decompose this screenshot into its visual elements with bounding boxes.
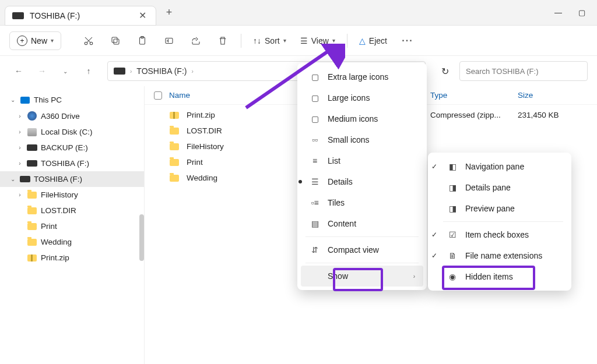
- file-name: Print: [187, 158, 203, 167]
- zip-icon: [27, 255, 37, 261]
- show-submenu: ✓◧Navigation pane ◨Details pane ◨Preview…: [428, 153, 571, 291]
- eject-icon: △: [359, 36, 366, 45]
- tree-print[interactable]: ›Print: [0, 218, 144, 234]
- file-type: Compressed (zipp...: [430, 111, 501, 119]
- chevron-down-icon: ⌄: [9, 176, 16, 182]
- menu-medium-icons[interactable]: ▢Medium icons: [301, 108, 423, 129]
- menu-list[interactable]: ≡List: [301, 150, 423, 171]
- select-all-checkbox[interactable]: [154, 91, 162, 100]
- compact-icon: ⇵: [309, 245, 321, 255]
- new-button[interactable]: + New ▾: [9, 31, 61, 50]
- new-label: New: [31, 36, 47, 45]
- divider: [241, 34, 241, 48]
- svg-rect-6: [166, 38, 173, 43]
- svg-rect-3: [112, 37, 117, 43]
- scrollbar[interactable]: [139, 214, 144, 261]
- new-tab-button[interactable]: +: [161, 6, 177, 19]
- col-name[interactable]: Name: [169, 91, 190, 100]
- tree-toshiba-1[interactable]: ›TOSHIBA (F:): [0, 156, 144, 171]
- tree-label: FileHistory: [41, 190, 78, 199]
- menu-content[interactable]: ▤Content: [301, 213, 423, 234]
- tree-filehistory[interactable]: ›FileHistory: [0, 187, 144, 203]
- minimize-button[interactable]: —: [554, 8, 562, 17]
- paste-button[interactable]: [131, 30, 153, 52]
- up-button[interactable]: ↑: [79, 62, 98, 80]
- menu-compact[interactable]: ⇵Compact view: [301, 239, 423, 260]
- menu-show[interactable]: ·Show›: [301, 266, 423, 287]
- tree-label: Print.zip: [41, 253, 69, 262]
- close-tab-button[interactable]: ✕: [136, 10, 149, 21]
- navigation-pane: ⌄This PC ›A360 Drive ›Local Disk (C:) ›B…: [0, 86, 145, 364]
- search-input[interactable]: [459, 61, 588, 81]
- drive-icon: [20, 176, 30, 182]
- chevron-right-icon: ›: [413, 273, 415, 280]
- tree-label: This PC: [34, 96, 62, 104]
- eject-button[interactable]: △ Eject: [354, 33, 392, 49]
- view-icon: ☰: [300, 36, 308, 45]
- sort-button[interactable]: ↑↓ Sort ▾: [248, 33, 291, 49]
- tab-toshiba[interactable]: TOSHIBA (F:) ✕: [5, 6, 156, 26]
- cut-button[interactable]: [78, 30, 100, 52]
- rename-button[interactable]: [158, 30, 180, 52]
- drive-icon: [114, 68, 125, 75]
- refresh-button[interactable]: ↻: [435, 66, 455, 77]
- folder-icon: [27, 192, 37, 199]
- col-type[interactable]: Type: [430, 91, 447, 100]
- menu-details[interactable]: ☰Details: [301, 171, 423, 192]
- menu-preview-pane[interactable]: ◨Preview pane: [438, 198, 568, 219]
- eject-label: Eject: [369, 36, 387, 45]
- pane-icon: ◨: [447, 204, 458, 213]
- folder-icon: [170, 143, 179, 150]
- menu-nav-pane[interactable]: ✓◧Navigation pane: [438, 156, 568, 177]
- chevron-right-icon: ›: [16, 113, 23, 119]
- tree-lostdir[interactable]: ›LOST.DIR: [0, 203, 144, 218]
- menu-large-icons[interactable]: ▢Large icons: [301, 87, 423, 108]
- menu-hidden-items[interactable]: ◉Hidden items: [438, 266, 568, 287]
- check-icon: ✓: [431, 252, 437, 260]
- chevron-right-icon: ›: [191, 68, 193, 75]
- copy-button[interactable]: [104, 30, 127, 52]
- tree-label: A360 Drive: [41, 112, 80, 121]
- menu-small-icons[interactable]: ▫▫Small icons: [301, 129, 423, 150]
- recent-button[interactable]: ⌄: [56, 62, 75, 80]
- tree-toshiba-2[interactable]: ⌄TOSHIBA (F:): [0, 171, 144, 187]
- drive-icon: [27, 160, 37, 167]
- share-button[interactable]: [185, 30, 207, 52]
- tab-title: TOSHIBA (F:): [30, 11, 131, 20]
- folder-icon: [27, 207, 37, 214]
- menu-details-pane[interactable]: ◨Details pane: [438, 177, 568, 198]
- content-icon: ▤: [309, 219, 321, 228]
- tree-this-pc[interactable]: ⌄This PC: [0, 92, 144, 108]
- file-name: Print.zip: [187, 111, 215, 119]
- chevron-right-icon: ›: [130, 68, 132, 75]
- col-size[interactable]: Size: [518, 91, 533, 100]
- chevron-down-icon: ▾: [283, 37, 286, 44]
- maximize-button[interactable]: ▢: [578, 8, 585, 17]
- back-button[interactable]: ←: [9, 62, 28, 80]
- drive-icon: [27, 144, 37, 151]
- zip-icon: [170, 112, 179, 119]
- tree-printzip[interactable]: ›Print.zip: [0, 250, 144, 266]
- folder-icon: [170, 159, 179, 166]
- plus-icon: +: [17, 36, 27, 46]
- breadcrumb-location[interactable]: TOSHIBA (F:): [136, 66, 187, 76]
- menu-xlarge-icons[interactable]: ▢Extra large icons: [301, 66, 423, 87]
- pc-icon: [20, 97, 30, 104]
- more-icon: ···: [402, 36, 413, 46]
- chevron-right-icon: ›: [16, 129, 23, 135]
- more-button[interactable]: ···: [396, 30, 419, 52]
- menu-tiles[interactable]: ▫≡Tiles: [301, 192, 423, 213]
- tree-local-c[interactable]: ›Local Disk (C:): [0, 124, 144, 140]
- menu-checkboxes[interactable]: ✓☑Item check boxes: [438, 224, 568, 245]
- small-icon: ▫▫: [309, 135, 321, 144]
- tree-label: BACKUP (E:): [41, 143, 88, 152]
- forward-button[interactable]: →: [33, 62, 51, 80]
- tree-label: Wedding: [41, 238, 72, 246]
- tree-label: TOSHIBA (F:): [34, 175, 82, 183]
- tree-a360[interactable]: ›A360 Drive: [0, 108, 144, 124]
- tree-wedding[interactable]: ›Wedding: [0, 234, 144, 250]
- view-button[interactable]: ☰ View ▾: [296, 33, 340, 49]
- delete-button[interactable]: [212, 30, 234, 52]
- menu-extensions[interactable]: ✓🗎File name extensions: [438, 245, 568, 266]
- tree-backup-e[interactable]: ›BACKUP (E:): [0, 140, 144, 156]
